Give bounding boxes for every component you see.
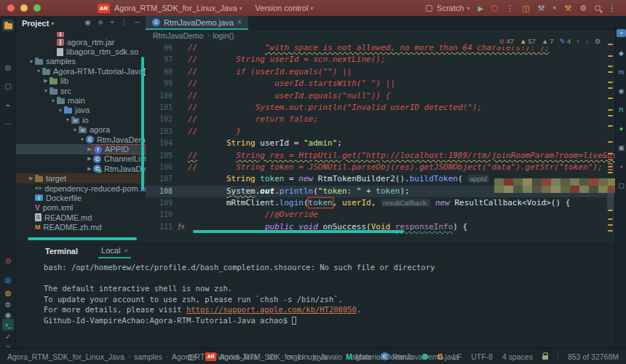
assistant-icon[interactable]: ◉ [617,86,626,95]
user-settings-icon[interactable]: ⚒ [538,0,545,16]
warning-mark[interactable] [608,115,613,116]
tree-item-APPID[interactable]: ▶fAPPID [16,144,146,154]
run-config-selector[interactable]: Scratch [437,4,464,12]
project-horizontal-scrollbar[interactable] [28,237,137,240]
code-line-101[interactable]: 101// System.out.println("Invalid userID… [146,102,615,114]
editor-tab[interactable]: C RtmJavaDemo.java × [146,16,248,30]
tree-item-src[interactable]: ▼src [16,86,146,95]
package-icon[interactable]: ▢ [617,181,626,190]
tree-item-io[interactable]: ▼io [16,115,146,124]
project-name-menu[interactable]: Agora_RTM_SDK_for_Linux_Java [114,4,237,12]
warning-mark[interactable] [608,224,613,226]
warning-mark[interactable] [608,210,613,211]
code-area[interactable]: 96// "with space is not allowed, no more… [146,42,615,233]
weak-count[interactable]: ▲7 [542,37,554,45]
close-tab-icon[interactable]: × [237,18,242,26]
services-icon[interactable]: ◍ [2,287,14,298]
status-dot-icon[interactable]: ● [552,0,556,16]
tree-item-agora[interactable]: ▼agora [16,125,146,135]
hide-icon[interactable]: ─ [135,18,140,26]
error-stripe[interactable] [607,31,614,242]
zoom-window-button[interactable] [33,4,41,12]
tree-item-lib[interactable]: ▶lib [16,76,146,86]
scrollbar-thumb[interactable] [607,189,614,210]
warning-mark[interactable] [608,125,613,127]
warning-mark[interactable] [608,55,613,57]
google-icon[interactable]: G [437,352,443,361]
warning-mark[interactable] [608,98,613,99]
tree-item-dependency-reduced-pom.xml[interactable]: <>dependency-reduced-pom.xml [16,183,146,193]
warning-mark[interactable] [608,71,613,73]
more-icon[interactable]: ⋮ [506,0,514,16]
theme-widget[interactable]: M Material Oceanic [346,352,413,361]
error-count[interactable]: ⊘47 [499,37,514,45]
share-icon[interactable]: ⌁ [2,99,14,111]
plugin-icon[interactable]: ▪ [617,162,626,171]
tree-item-main[interactable]: ▼main [16,95,146,105]
r-tool-icon[interactable]: R [617,105,626,114]
code-line-107[interactable]: 107 String token = new RtmTokenBuilder2(… [146,173,615,185]
vcs-menu[interactable]: Version control [255,4,309,12]
expand-icon[interactable]: ≑ [98,18,103,26]
project-vertical-scrollbar[interactable] [141,57,144,191]
code-line-103[interactable]: 103// } [146,126,615,138]
run-button[interactable]: ▶ [478,4,483,12]
warning-mark[interactable] [608,66,613,67]
status-dot-icon[interactable] [422,354,428,360]
breadcrumb-item[interactable]: RtmJavaDemo [153,31,203,40]
tree-item-agora_rtm.jar[interactable]: agora_rtm.jar [16,37,146,47]
tree-item-libagora_rtm_sdk.so[interactable]: libagora_rtm_sdk.so [16,47,146,56]
terminal-icon[interactable]: >_ [2,319,14,331]
device-icon[interactable]: ▣ [617,143,626,152]
warning-mark[interactable] [608,109,613,111]
tree-item-Agora-RTM-Tutorial-Java[interactable]: ▼Agora-RTM-Tutorial-Java [RTM-Client-Dem… [16,66,146,76]
tree-item-Dockerfile[interactable]: ≡Dockerfile [16,193,146,202]
ai-assistant-icon[interactable] [188,355,196,360]
tree-item-RtmJavaDemo[interactable]: ▶CRtmJavaDemo [16,164,146,173]
collapse-icon[interactable]: ÷ [110,18,114,26]
minimize-window-button[interactable] [20,4,28,12]
status-dot-icon[interactable]: ● [617,124,626,133]
tools-icon[interactable]: ⚒ [564,0,571,16]
warning-mark[interactable] [608,153,613,154]
tree-item-java[interactable]: ▼java [16,106,146,115]
warning-mark[interactable] [608,218,613,220]
terminal-tab-local[interactable]: Local × [98,245,131,258]
commit-icon[interactable]: ◎ [2,61,14,73]
tree-item-clipped[interactable] [16,32,146,37]
close-window-button[interactable] [7,4,15,12]
users-icon[interactable]: ◫ [522,0,529,16]
project-title[interactable]: Project [22,19,49,28]
status-breadcrumb-item[interactable]: samples [134,352,162,361]
code-line-105[interactable]: 105// String res = HttpUtil.get("http://… [146,150,615,162]
database-icon[interactable]: ≡ [617,29,626,37]
code-line-104[interactable]: 104 String userId = "admin"; [146,138,615,149]
tree-item-RtmJavaDemo.java[interactable]: ▼CRtmJavaDemo.java [16,135,146,144]
editor-horizontal-scrollbar[interactable] [193,230,404,233]
options-icon[interactable]: ⋮ [121,18,128,26]
warning-mark[interactable] [608,166,613,167]
grid-dots-icon[interactable]: ⋮ [609,4,616,12]
code-line-97[interactable]: 97// String userId = scn.nextLine(); [146,54,615,66]
line-ending-widget[interactable]: LF [453,352,461,361]
profiler-button[interactable] [491,5,498,12]
tree-item-pom.xml[interactable]: Vpom.xml [16,203,146,213]
error-mark[interactable] [608,163,613,165]
code-line-106[interactable]: 106// String token = JSONUtil.parseObj(r… [146,162,615,173]
maven-icon[interactable]: m [617,67,626,76]
gradle-icon[interactable]: ◆ [617,48,626,58]
inspections-widget[interactable]: ⊘47▲57▲7✎4↑↓⚙ [496,36,603,47]
status-breadcrumb-item[interactable]: Agora_RTM_SDK_for_Linux_Java [7,352,124,361]
tree-item-README.zh.md[interactable]: MREADME.zh.md [16,222,146,232]
code-line-109[interactable]: 109 mRtmClient.login(token, userId, resu… [146,197,615,209]
more-icon[interactable]: ⋯ [2,118,14,130]
tree-item-samples[interactable]: ▼samples [16,57,146,66]
structure-icon[interactable]: ▢ [2,80,14,92]
problems-icon[interactable]: ⊖ [2,255,14,266]
warning-mark[interactable] [608,87,613,89]
tree-item-target[interactable]: ▶target [16,173,146,183]
typo-count[interactable]: ✎4 [560,37,571,45]
code-line-98[interactable]: 98// if (userId.equals("") || [146,66,615,78]
warning-count[interactable]: ▲57 [520,37,536,45]
code-line-110[interactable]: 110 //@Override [146,209,615,221]
